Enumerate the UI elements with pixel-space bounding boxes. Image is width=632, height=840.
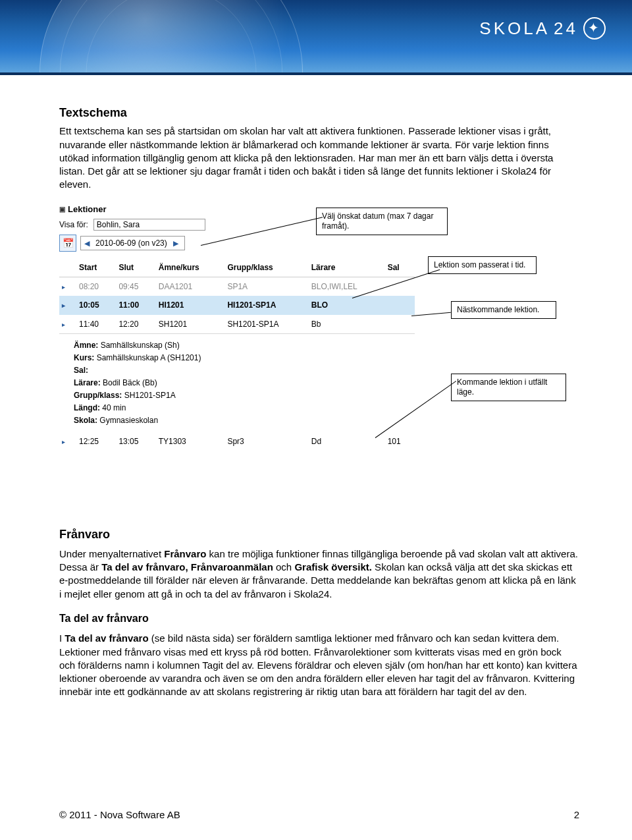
col-slut: Slut xyxy=(116,258,155,277)
date-prev-icon[interactable]: ◀ xyxy=(82,238,92,248)
col-sal: Sal xyxy=(385,258,415,277)
callout-line xyxy=(411,312,451,316)
table-header-row: Start Slut Ämne/kurs Grupp/klass Lärare … xyxy=(59,258,415,277)
expand-icon[interactable]: ▸ xyxy=(62,283,71,292)
brand-name: SKOLA xyxy=(479,18,550,39)
subsection-title: Ta del av frånvaro xyxy=(59,611,579,626)
lesson-details: Ämne: Samhällskunskap (Sh) Kurs: Samhäll… xyxy=(59,333,415,432)
brand-suffix: 24 xyxy=(554,18,578,39)
section-title-franvaro: Frånvaro xyxy=(59,526,579,542)
table-row[interactable]: ▸ 11:40 12:20 SH1201 SH1201-SP1A Bb xyxy=(59,315,415,333)
date-next-icon[interactable]: ▶ xyxy=(171,238,180,248)
table-row[interactable]: ▸ 08:20 09:45 DAA1201 SP1A BLO,IWI,LEL xyxy=(59,277,415,296)
visa-for-input[interactable] xyxy=(93,219,205,231)
expand-icon[interactable]: ▸ xyxy=(62,437,71,447)
col-start: Start xyxy=(76,258,116,277)
callout-date: Välj önskat datum (max 7 dagar framåt). xyxy=(316,208,448,235)
visa-for-label: Visa för: xyxy=(59,219,88,230)
footer-copyright: © 2011 - Nova Software AB xyxy=(59,809,180,820)
callout-next: Nästkommande lektion. xyxy=(451,301,556,319)
brand-logo: SKOLA 24 ✦ xyxy=(479,17,606,40)
table-row[interactable]: ▸ 10:05 11:00 HI1201 HI1201-SP1A BLO xyxy=(59,296,415,314)
calendar-icon[interactable]: 📅 xyxy=(59,235,76,252)
table-row[interactable]: ▸ 12:25 13:05 TY1303 Spr3 Dd 101 xyxy=(59,432,415,451)
expand-icon[interactable]: ▸ xyxy=(62,301,71,310)
date-value: 2010-06-09 (on v23) xyxy=(95,238,167,248)
star-icon: ✦ xyxy=(583,17,606,40)
col-amne: Ämne/kurs xyxy=(156,258,225,277)
col-grupp: Grupp/klass xyxy=(224,258,308,277)
franvaro-paragraph-1: Under menyalternativet Frånvaro kan tre … xyxy=(59,547,579,601)
globe-graphic xyxy=(40,0,303,72)
franvaro-paragraph-2: I Ta del av frånvaro (se bild nästa sida… xyxy=(59,632,579,698)
col-larare: Lärare xyxy=(309,258,385,277)
footer-page-number: 2 xyxy=(574,809,579,820)
textschema-paragraph: Ett textschema kan ses på startsidan om … xyxy=(59,125,579,191)
collapse-icon[interactable]: ▣ xyxy=(59,205,65,214)
table-row-details: Ämne: Samhällskunskap (Sh) Kurs: Samhäll… xyxy=(59,333,415,432)
header-banner: SKOLA 24 ✦ xyxy=(0,0,632,72)
section-title-textschema: Textschema xyxy=(59,105,579,121)
callout-expanded: Kommande lektion i utfällt läge. xyxy=(451,374,566,401)
lektioner-widget-area: ▣ Lektioner Visa för: 📅 ◀ 2010-06-09 (on… xyxy=(59,204,579,520)
callout-passed: Lektion som passerat i tid. xyxy=(428,256,537,274)
date-selector[interactable]: ◀ 2010-06-09 (on v23) ▶ xyxy=(80,236,185,250)
lektioner-table: Start Slut Ämne/kurs Grupp/klass Lärare … xyxy=(59,258,415,451)
page-footer: © 2011 - Nova Software AB 2 xyxy=(59,809,579,820)
lektioner-header-label: Lektioner xyxy=(68,204,107,215)
expand-icon[interactable]: ▸ xyxy=(62,320,71,329)
lektioner-panel: ▣ Lektioner Visa för: 📅 ◀ 2010-06-09 (on… xyxy=(59,204,415,451)
